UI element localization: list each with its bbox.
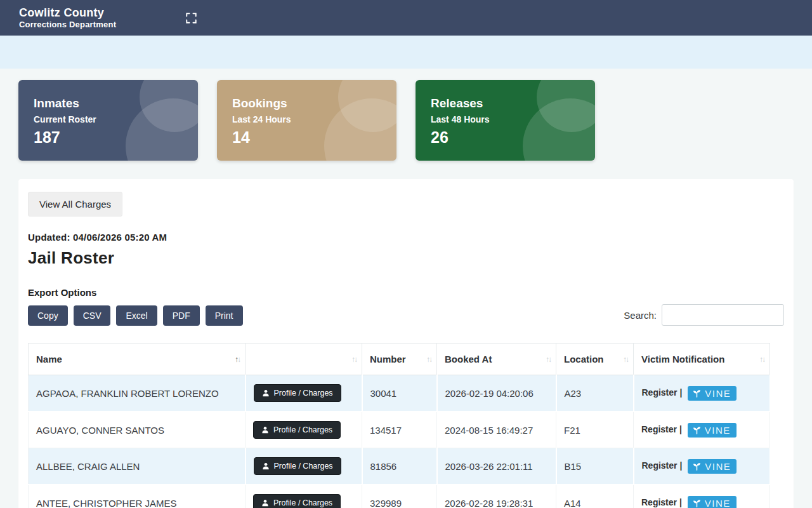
profile-charges-button[interactable]: Profile / Charges (254, 457, 341, 475)
person-icon (262, 389, 270, 397)
location: A23 (556, 375, 634, 412)
sort-icon: ↑↓ (351, 355, 357, 364)
location: A14 (556, 485, 634, 508)
hero-band (0, 36, 812, 69)
sort-icon: ↑↓ (235, 355, 240, 364)
register-link[interactable]: Register | (641, 497, 682, 507)
column-header-number[interactable]: Number↑↓ (362, 344, 437, 375)
vine-link[interactable]: VINE (688, 459, 737, 474)
page-title: Jail Roster (28, 248, 784, 268)
column-header-name[interactable]: Name↑↓ (29, 344, 246, 375)
booked-at: 2026-03-26 22:01:11 (437, 448, 556, 485)
column-header-booked-at[interactable]: Booked At↑↓ (437, 344, 556, 375)
fullscreen-icon[interactable] (186, 13, 197, 23)
inmate-name: AGPAOA, FRANKLIN ROBERT LORENZO (29, 375, 246, 412)
roster-table: Name↑↓ ↑↓ Number↑↓ Booked At↑↓ Location↑… (28, 343, 771, 508)
export-excel-button[interactable]: Excel (116, 305, 157, 326)
vine-link[interactable]: VINE (688, 423, 737, 438)
vine-sprout-icon (692, 462, 702, 471)
column-header-victim-notification[interactable]: Victim Notification↑↓ (634, 344, 770, 375)
table-toolbar: Copy CSV Excel PDF Print Search: (28, 304, 784, 326)
table-row: AGUAYO, CONNER SANTOS Profile / Charges … (29, 411, 770, 448)
view-all-charges-button[interactable]: View All Charges (28, 192, 122, 217)
inmate-number: 81856 (362, 448, 437, 485)
bookings-card: Bookings Last 24 Hours 14 (217, 80, 396, 161)
vine-link[interactable]: VINE (688, 386, 737, 401)
roster-panel: View All Charges Updated: 04/06/2026 05:… (18, 179, 794, 508)
stat-cards-row: Inmates Current Roster 187 Bookings Last… (0, 69, 812, 161)
register-link[interactable]: Register | (642, 387, 683, 398)
export-copy-button[interactable]: Copy (28, 305, 68, 326)
inmate-name: ANTEE, CHRISTOPHER JAMES (29, 485, 246, 508)
booked-at: 2024-08-15 16:49:27 (437, 411, 556, 448)
inmate-name: AGUAYO, CONNER SANTOS (29, 411, 246, 448)
table-row: AGPAOA, FRANKLIN ROBERT LORENZO Profile … (29, 375, 770, 412)
register-link[interactable]: Register | (641, 424, 682, 434)
export-csv-button[interactable]: CSV (74, 305, 111, 326)
inmate-number: 30041 (362, 375, 437, 412)
sort-icon: ↑↓ (759, 355, 764, 364)
vine-sprout-icon (692, 389, 702, 398)
profile-charges-button[interactable]: Profile / Charges (253, 421, 341, 439)
department-subtitle: Corrections Department (19, 20, 116, 29)
sort-icon: ↑↓ (546, 355, 551, 364)
export-print-button[interactable]: Print (206, 305, 243, 326)
table-header-row: Name↑↓ ↑↓ Number↑↓ Booked At↑↓ Location↑… (29, 344, 770, 375)
inmates-card: Inmates Current Roster 187 (18, 80, 198, 161)
app-header: Cowlitz County Corrections Department (0, 0, 812, 36)
inmate-name: ALLBEE, CRAIG ALLEN (29, 448, 246, 485)
location: B15 (556, 448, 634, 485)
sort-icon: ↑↓ (426, 355, 431, 364)
profile-charges-button[interactable]: Profile / Charges (254, 384, 341, 402)
booked-at: 2026-02-28 19:28:31 (437, 485, 556, 508)
register-link[interactable]: Register | (642, 460, 683, 471)
export-options-label: Export Options (28, 287, 784, 298)
person-icon (261, 426, 269, 434)
releases-card: Releases Last 48 Hours 26 (416, 80, 595, 161)
table-row: ALLBEE, CRAIG ALLEN Profile / Charges 81… (29, 448, 770, 485)
sort-icon: ↑↓ (623, 355, 628, 364)
updated-timestamp: Updated: 04/06/2026 05:20 AM (28, 232, 784, 243)
inmate-number: 134517 (362, 411, 437, 448)
inmate-number: 329989 (362, 485, 437, 508)
person-icon (261, 499, 269, 507)
brand: Cowlitz County Corrections Department (19, 6, 116, 30)
profile-charges-button[interactable]: Profile / Charges (253, 494, 341, 508)
booked-at: 2026-02-19 04:20:06 (437, 375, 556, 412)
column-header-profile[interactable]: ↑↓ (246, 344, 362, 375)
column-header-location[interactable]: Location↑↓ (556, 344, 634, 375)
vine-link[interactable]: VINE (688, 496, 737, 508)
county-title: Cowlitz County (19, 6, 116, 20)
export-pdf-button[interactable]: PDF (163, 305, 200, 326)
search-input[interactable] (662, 304, 784, 326)
person-icon (262, 462, 270, 470)
export-buttons-group: Copy CSV Excel PDF Print (28, 305, 243, 326)
search-area: Search: (624, 304, 784, 326)
table-row: ANTEE, CHRISTOPHER JAMES Profile / Charg… (29, 485, 770, 508)
search-label: Search: (624, 310, 657, 321)
vine-sprout-icon (692, 425, 702, 435)
vine-sprout-icon (692, 498, 702, 508)
location: F21 (556, 411, 634, 448)
